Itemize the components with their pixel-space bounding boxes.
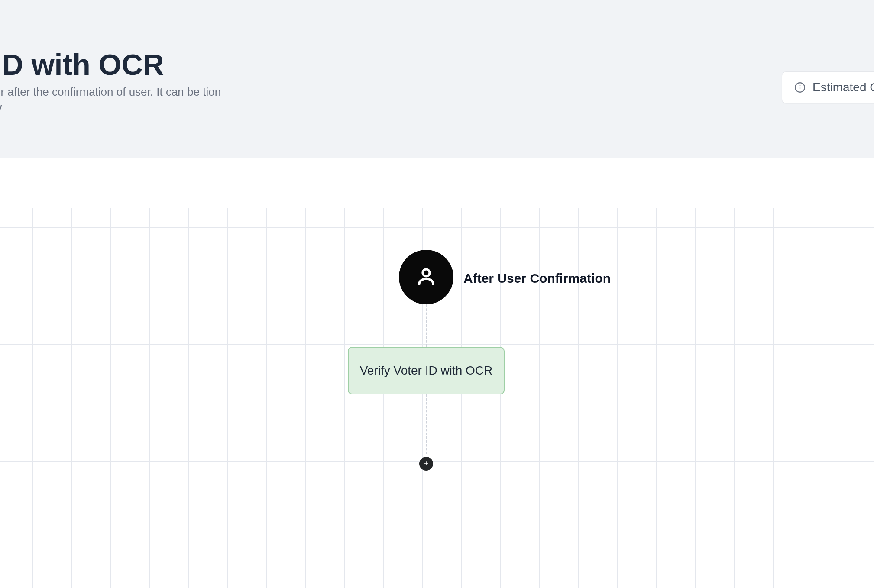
page-title: ter ID with OCR <box>0 48 164 81</box>
step-label: Verify Voter ID with OCR <box>360 364 493 378</box>
trigger-label: After User Confirmation <box>463 271 611 286</box>
estimated-cost-card[interactable]: Estimated C <box>782 71 874 103</box>
connector <box>426 304 427 347</box>
step-node-verify-voter-id[interactable]: Verify Voter ID with OCR <box>348 347 505 394</box>
page-subtitle: le to trigger after the confirmation of … <box>0 84 234 115</box>
trigger-node[interactable] <box>399 250 453 304</box>
estimated-cost-label: Estimated C <box>812 81 874 94</box>
workflow-canvas[interactable]: After User Confirmation Verify Voter ID … <box>0 158 874 588</box>
info-icon <box>794 82 806 93</box>
add-step-button[interactable] <box>419 457 433 471</box>
plus-icon <box>423 459 430 468</box>
svg-point-2 <box>800 85 801 86</box>
user-icon <box>416 266 437 288</box>
connector <box>426 394 427 454</box>
workflow: After User Confirmation Verify Voter ID … <box>0 158 874 588</box>
svg-point-3 <box>423 269 430 276</box>
page-header: ws ter ID with OCR le to trigger after t… <box>0 0 874 158</box>
